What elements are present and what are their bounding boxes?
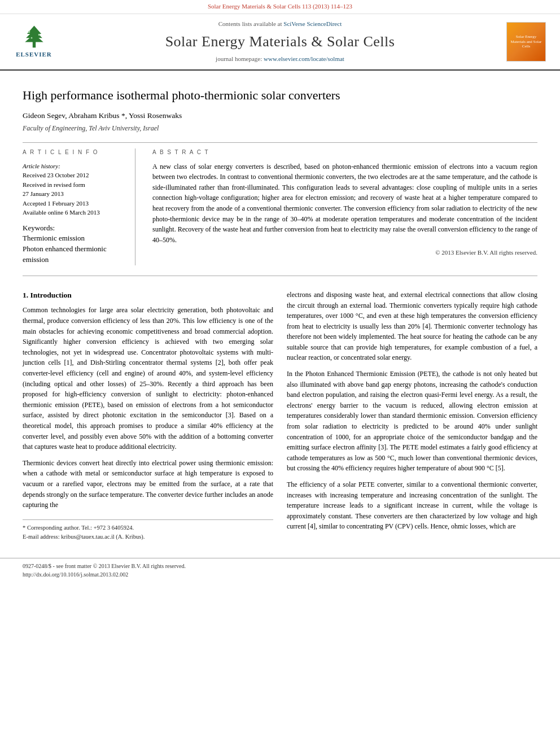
thumbnail-image: Solar Energy Materials and Solar Cells: [506, 22, 546, 62]
affiliation: Faculty of Engineering, Tel Aviv Univers…: [23, 124, 537, 133]
contents-prefix: Contents lists available at: [218, 20, 283, 27]
sciverse-link-line: Contents lists available at SciVerse Sci…: [62, 20, 498, 29]
elsevier-tree-icon: [19, 24, 50, 49]
homepage-prefix: journal homepage:: [216, 55, 264, 62]
abstract-header: A B S T R A C T: [152, 148, 537, 157]
paper-title: High performance isothermal photo-thermi…: [23, 88, 537, 104]
svg-point-6: [30, 37, 32, 39]
abstract-column: A B S T R A C T A new class of solar ene…: [152, 148, 537, 265]
history-label: Article history:: [23, 161, 124, 171]
authors-line: Gideon Segev, Abraham Kribus *, Yossi Ro…: [23, 110, 537, 121]
elsevier-logo: ELSEVIER: [11, 24, 56, 59]
section1-right-para1: electrons and disposing waste heat, and …: [287, 290, 537, 363]
article-info-column: A R T I C L E I N F O Article history: R…: [23, 148, 135, 265]
section1-para1: Common technologies for large area solar…: [23, 305, 273, 452]
journal-citation-bar: Solar Energy Materials & Solar Cells 113…: [0, 0, 560, 14]
abstract-text: A new class of solar energy converters i…: [152, 161, 537, 246]
svg-point-4: [28, 31, 30, 33]
revised-date: 27 January 2013: [23, 189, 124, 199]
divider-2: [23, 276, 537, 276]
keywords-label: Keywords:: [23, 223, 124, 234]
homepage-link-line: journal homepage: www.elsevier.com/locat…: [62, 55, 498, 64]
article-meta-section: A R T I C L E I N F O Article history: R…: [23, 148, 537, 265]
keywords-section: Keywords: Thermionic emission Photon enh…: [23, 223, 124, 265]
content-right: electrons and disposing waste heat, and …: [287, 290, 537, 541]
accepted-date: Accepted 1 February 2013: [23, 199, 124, 208]
authors-text: Gideon Segev, Abraham Kribus *, Yossi Ro…: [23, 111, 182, 120]
footnote-email: E-mail address: kribus@tauex.tau.ac.il (…: [23, 532, 273, 541]
section1-right-para2: In the Photon Enhanced Thermionic Emissi…: [287, 369, 537, 474]
footnote-corresponding: * Corresponding author. Tel.: +972 3 640…: [23, 523, 273, 532]
section1-number: 1.: [23, 291, 28, 299]
section1-title: 1. Introduction: [23, 290, 273, 301]
revised-label: Received in revised form: [23, 180, 124, 190]
section1-right-para3: The efficiency of a solar PETE converter…: [287, 479, 537, 532]
journal-thumbnail: Solar Energy Materials and Solar Cells: [504, 22, 549, 62]
online-date: Available online 6 March 2013: [23, 208, 124, 217]
footnote-section: * Corresponding author. Tel.: +972 3 640…: [23, 519, 273, 541]
journal-header: ELSEVIER Contents lists available at Sci…: [0, 14, 560, 71]
main-content: 1. Introduction Common technologies for …: [23, 290, 537, 541]
homepage-url[interactable]: www.elsevier.com/locate/solmat: [264, 55, 344, 62]
section1-para2: Thermionic devices convert heat directly…: [23, 458, 273, 510]
article-history: Article history: Received 23 October 201…: [23, 161, 124, 217]
svg-rect-0: [32, 42, 35, 48]
journal-header-center: Contents lists available at SciVerse Sci…: [62, 20, 498, 64]
content-left: 1. Introduction Common technologies for …: [23, 290, 273, 541]
keyword-2: Photon enhanced thermionic emission: [23, 244, 124, 265]
elsevier-text: ELSEVIER: [16, 50, 52, 59]
received-date: Received 23 October 2012: [23, 171, 124, 180]
thumbnail-text: Solar Energy Materials and Solar Cells: [509, 34, 543, 49]
svg-point-5: [38, 34, 40, 36]
footer-issn: 0927-0248/$ - see front matter © 2013 El…: [23, 562, 537, 570]
article-info-header: A R T I C L E I N F O: [23, 148, 124, 157]
journal-title: Solar Energy Materials & Solar Cells: [62, 31, 498, 53]
sciverse-link[interactable]: SciVerse ScienceDirect: [283, 20, 342, 27]
journal-citation: Solar Energy Materials & Solar Cells 113…: [208, 3, 352, 10]
paper-body: High performance isothermal photo-thermi…: [0, 71, 560, 553]
divider-1: [23, 142, 537, 143]
footer-doi: http://dx.doi.org/10.1016/j.solmat.2013.…: [23, 570, 537, 579]
footer-bar: 0927-0248/$ - see front matter © 2013 El…: [0, 558, 560, 582]
copyright-notice: © 2013 Elsevier B.V. All rights reserved…: [152, 248, 537, 257]
keyword-1: Thermionic emission: [23, 233, 124, 244]
section1-title-text: Introduction: [30, 291, 72, 299]
